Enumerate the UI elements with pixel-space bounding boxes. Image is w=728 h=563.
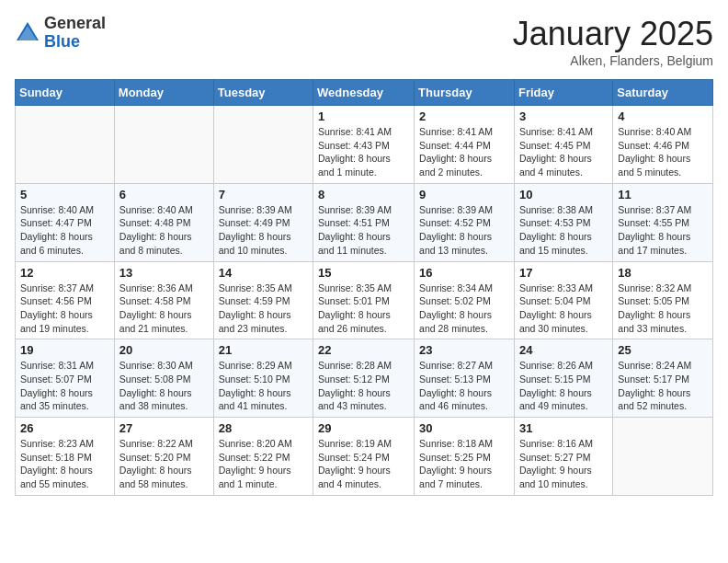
calendar-week-row: 5Sunrise: 8:40 AM Sunset: 4:47 PM Daylig… (16, 183, 713, 261)
logo-icon (15, 20, 40, 46)
calendar-cell: 22Sunrise: 8:28 AM Sunset: 5:12 PM Dayli… (313, 339, 415, 418)
calendar-cell: 27Sunrise: 8:22 AM Sunset: 5:20 PM Dayli… (114, 418, 213, 496)
day-info: Sunrise: 8:19 AM Sunset: 5:24 PM Dayligh… (318, 437, 409, 491)
day-info: Sunrise: 8:41 AM Sunset: 4:44 PM Dayligh… (419, 125, 509, 179)
day-number: 17 (519, 266, 608, 280)
day-number: 27 (119, 421, 209, 435)
calendar-cell: 14Sunrise: 8:35 AM Sunset: 4:59 PM Dayli… (213, 261, 313, 339)
title-area: January 2025 Alken, Flanders, Belgium (513, 15, 713, 68)
day-info: Sunrise: 8:27 AM Sunset: 5:13 PM Dayligh… (419, 359, 509, 413)
calendar-cell: 26Sunrise: 8:23 AM Sunset: 5:18 PM Dayli… (16, 418, 115, 496)
day-number: 23 (419, 343, 509, 357)
day-number: 7 (219, 188, 308, 201)
day-info: Sunrise: 8:35 AM Sunset: 5:01 PM Dayligh… (318, 282, 409, 336)
calendar-cell (613, 418, 713, 496)
day-info: Sunrise: 8:35 AM Sunset: 4:59 PM Dayligh… (219, 282, 308, 336)
day-info: Sunrise: 8:41 AM Sunset: 4:45 PM Dayligh… (519, 125, 608, 179)
calendar-cell: 15Sunrise: 8:35 AM Sunset: 5:01 PM Dayli… (313, 261, 415, 339)
day-info: Sunrise: 8:34 AM Sunset: 5:02 PM Dayligh… (419, 282, 509, 336)
day-info: Sunrise: 8:38 AM Sunset: 4:53 PM Dayligh… (519, 203, 608, 258)
calendar-cell: 3Sunrise: 8:41 AM Sunset: 4:45 PM Daylig… (514, 106, 612, 184)
calendar-cell: 18Sunrise: 8:32 AM Sunset: 5:05 PM Dayli… (613, 261, 713, 339)
day-info: Sunrise: 8:31 AM Sunset: 5:07 PM Dayligh… (20, 359, 109, 413)
day-number: 26 (20, 421, 109, 435)
calendar-cell: 28Sunrise: 8:20 AM Sunset: 5:22 PM Dayli… (213, 418, 313, 496)
calendar-week-row: 26Sunrise: 8:23 AM Sunset: 5:18 PM Dayli… (16, 418, 713, 496)
day-number: 10 (519, 188, 608, 201)
day-number: 11 (618, 188, 708, 201)
day-info: Sunrise: 8:40 AM Sunset: 4:46 PM Dayligh… (618, 125, 708, 179)
day-info: Sunrise: 8:39 AM Sunset: 4:51 PM Dayligh… (318, 203, 409, 258)
calendar-cell: 30Sunrise: 8:18 AM Sunset: 5:25 PM Dayli… (415, 418, 515, 496)
day-info: Sunrise: 8:30 AM Sunset: 5:08 PM Dayligh… (119, 359, 209, 413)
day-info: Sunrise: 8:26 AM Sunset: 5:15 PM Dayligh… (519, 359, 608, 413)
day-number: 22 (318, 343, 409, 357)
location: Alken, Flanders, Belgium (513, 53, 713, 68)
calendar-header-row: SundayMondayTuesdayWednesdayThursdayFrid… (16, 80, 713, 106)
weekday-header-sunday: Sunday (16, 80, 115, 106)
page-header: General Blue January 2025 Alken, Flander… (15, 15, 713, 68)
day-number: 8 (318, 188, 409, 201)
day-number: 31 (519, 421, 608, 435)
calendar-cell: 6Sunrise: 8:40 AM Sunset: 4:48 PM Daylig… (114, 183, 213, 261)
day-info: Sunrise: 8:20 AM Sunset: 5:22 PM Dayligh… (219, 437, 308, 491)
logo-blue: Blue (44, 33, 106, 52)
calendar-cell: 9Sunrise: 8:39 AM Sunset: 4:52 PM Daylig… (415, 183, 515, 261)
calendar-cell: 7Sunrise: 8:39 AM Sunset: 4:49 PM Daylig… (213, 183, 313, 261)
calendar-cell: 4Sunrise: 8:40 AM Sunset: 4:46 PM Daylig… (613, 106, 713, 184)
day-info: Sunrise: 8:23 AM Sunset: 5:18 PM Dayligh… (20, 437, 109, 491)
day-number: 21 (219, 343, 308, 357)
day-info: Sunrise: 8:16 AM Sunset: 5:27 PM Dayligh… (519, 437, 608, 491)
calendar-cell: 8Sunrise: 8:39 AM Sunset: 4:51 PM Daylig… (313, 183, 415, 261)
day-number: 5 (20, 188, 109, 201)
day-number: 6 (119, 188, 209, 201)
logo-general: General (44, 15, 106, 33)
weekday-header-tuesday: Tuesday (213, 80, 313, 106)
calendar-cell (16, 106, 115, 184)
calendar-cell: 12Sunrise: 8:37 AM Sunset: 4:56 PM Dayli… (16, 261, 115, 339)
day-number: 9 (419, 188, 509, 201)
calendar-cell (213, 106, 313, 184)
calendar-cell: 29Sunrise: 8:19 AM Sunset: 5:24 PM Dayli… (313, 418, 415, 496)
calendar-table: SundayMondayTuesdayWednesdayThursdayFrid… (15, 79, 713, 496)
day-info: Sunrise: 8:36 AM Sunset: 4:58 PM Dayligh… (119, 282, 209, 336)
day-info: Sunrise: 8:18 AM Sunset: 5:25 PM Dayligh… (419, 437, 509, 491)
day-number: 25 (618, 343, 708, 357)
month-title: January 2025 (513, 15, 713, 53)
day-number: 20 (119, 343, 209, 357)
calendar-cell: 31Sunrise: 8:16 AM Sunset: 5:27 PM Dayli… (514, 418, 612, 496)
calendar-cell: 5Sunrise: 8:40 AM Sunset: 4:47 PM Daylig… (16, 183, 115, 261)
day-number: 3 (519, 109, 608, 123)
calendar-cell: 20Sunrise: 8:30 AM Sunset: 5:08 PM Dayli… (114, 339, 213, 418)
calendar-week-row: 19Sunrise: 8:31 AM Sunset: 5:07 PM Dayli… (16, 339, 713, 418)
logo: General Blue (15, 15, 106, 52)
day-number: 2 (419, 109, 509, 123)
calendar-cell: 1Sunrise: 8:41 AM Sunset: 4:43 PM Daylig… (313, 106, 415, 184)
day-number: 4 (618, 109, 708, 123)
day-info: Sunrise: 8:41 AM Sunset: 4:43 PM Dayligh… (318, 125, 409, 179)
day-number: 19 (20, 343, 109, 357)
day-number: 16 (419, 266, 509, 280)
weekday-header-thursday: Thursday (415, 80, 515, 106)
day-number: 14 (219, 266, 308, 280)
day-number: 28 (219, 421, 308, 435)
day-info: Sunrise: 8:29 AM Sunset: 5:10 PM Dayligh… (219, 359, 308, 413)
day-number: 12 (20, 266, 109, 280)
day-number: 1 (318, 109, 409, 123)
weekday-header-wednesday: Wednesday (313, 80, 415, 106)
day-info: Sunrise: 8:37 AM Sunset: 4:55 PM Dayligh… (618, 203, 708, 258)
logo-text: General Blue (44, 15, 106, 52)
day-number: 29 (318, 421, 409, 435)
calendar-week-row: 1Sunrise: 8:41 AM Sunset: 4:43 PM Daylig… (16, 106, 713, 184)
calendar-cell: 23Sunrise: 8:27 AM Sunset: 5:13 PM Dayli… (415, 339, 515, 418)
calendar-cell: 10Sunrise: 8:38 AM Sunset: 4:53 PM Dayli… (514, 183, 612, 261)
day-info: Sunrise: 8:39 AM Sunset: 4:52 PM Dayligh… (419, 203, 509, 258)
weekday-header-friday: Friday (514, 80, 612, 106)
day-info: Sunrise: 8:40 AM Sunset: 4:47 PM Dayligh… (20, 203, 109, 258)
day-info: Sunrise: 8:40 AM Sunset: 4:48 PM Dayligh… (119, 203, 209, 258)
day-number: 24 (519, 343, 608, 357)
day-number: 18 (618, 266, 708, 280)
day-info: Sunrise: 8:28 AM Sunset: 5:12 PM Dayligh… (318, 359, 409, 413)
calendar-cell: 24Sunrise: 8:26 AM Sunset: 5:15 PM Dayli… (514, 339, 612, 418)
day-number: 30 (419, 421, 509, 435)
